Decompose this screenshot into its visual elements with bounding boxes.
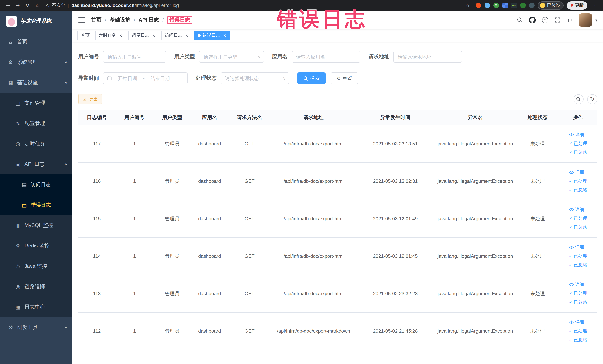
cell-url: /api/infra/db-doc/export-html <box>271 275 357 312</box>
extension-icon[interactable] <box>529 3 534 8</box>
github-icon[interactable] <box>529 17 535 23</box>
bookmark-star-icon[interactable]: ☆ <box>463 1 472 10</box>
export-button[interactable]: 导出 <box>78 94 102 104</box>
ignored-link[interactable]: ✓已忽略 <box>569 187 587 193</box>
cell-user-id: 1 <box>116 125 153 163</box>
breadcrumb-item-home[interactable]: 首页 <box>91 17 102 23</box>
cell-app-name: dashboard <box>191 275 228 312</box>
end-date-input[interactable] <box>146 75 174 81</box>
exception-time-range-picker[interactable]: - <box>103 72 188 84</box>
search-icon[interactable] <box>517 17 522 23</box>
sidebar-item-job[interactable]: ◷定时任务 <box>0 133 72 154</box>
cell-app-name: dashboard <box>191 163 228 200</box>
check-icon: ✓ <box>569 225 572 230</box>
fullscreen-icon[interactable] <box>555 17 560 23</box>
detail-link[interactable]: 详细 <box>569 282 584 288</box>
sidebar-item-api-log[interactable]: ▣API 日志∧ <box>0 154 72 174</box>
tab-error-log[interactable]: 错误日志× <box>194 31 230 40</box>
toggle-search-button[interactable] <box>574 94 583 104</box>
tab-job[interactable]: 定时任务× <box>95 31 126 40</box>
sidebar-item-home[interactable]: ⌂首页 <box>0 32 72 52</box>
sidebar-item-java[interactable]: ☕Java 监控 <box>0 256 72 276</box>
user-type-select[interactable]: ∨ <box>199 51 264 63</box>
refresh-table-button[interactable]: ↻ <box>587 94 597 104</box>
start-date-input[interactable] <box>114 75 141 81</box>
sidebar-item-redis[interactable]: ❖Redis 监控 <box>0 235 72 256</box>
forward-icon[interactable]: → <box>13 1 22 10</box>
user-avatar[interactable] <box>579 13 592 27</box>
cell-actions: 详细✓已处理✓已忽略 <box>559 163 597 200</box>
close-icon[interactable]: × <box>223 33 227 38</box>
extension-icon[interactable] <box>475 3 481 8</box>
browser-home-icon[interactable]: ⌂ <box>33 1 42 10</box>
extension-icon[interactable]: Y <box>493 3 499 8</box>
cell-status: 未处理 <box>516 200 559 237</box>
sidebar-item-infra[interactable]: ▦基础设施∧ <box>0 72 72 93</box>
extension-icon[interactable] <box>520 3 525 8</box>
close-icon[interactable]: × <box>119 33 123 38</box>
ignored-link[interactable]: ✓已忽略 <box>569 337 587 343</box>
tab-home[interactable]: 首页 <box>78 31 93 40</box>
processed-link[interactable]: ✓已处理 <box>569 253 587 259</box>
tab-label: 定时任务 <box>99 32 116 39</box>
user-id-input[interactable] <box>103 51 166 63</box>
profile-chip[interactable]: 已暂停 <box>538 1 564 10</box>
detail-link[interactable]: 详细 <box>569 169 584 176</box>
tab-access-log[interactable]: 访问日志× <box>161 31 192 40</box>
ignored-link[interactable]: ✓已忽略 <box>569 262 587 268</box>
process-status-select[interactable]: ∨ <box>220 72 289 84</box>
detail-link[interactable]: 详细 <box>569 207 584 213</box>
url-text[interactable]: dashboard.yudao.iocoder.cn/infra/log/api… <box>71 3 179 8</box>
ignored-link[interactable]: ✓已忽略 <box>569 299 587 305</box>
close-icon[interactable]: × <box>152 33 156 38</box>
extension-icon[interactable] <box>502 3 508 8</box>
detail-link[interactable]: 详细 <box>569 319 584 325</box>
app-name-input[interactable] <box>292 51 360 63</box>
sidebar-item-config[interactable]: ✎配置管理 <box>0 113 72 133</box>
detail-link[interactable]: 详细 <box>569 132 584 138</box>
tab-job-log[interactable]: 调度日志× <box>128 31 159 40</box>
font-size-icon[interactable]: TT <box>567 17 572 23</box>
back-icon[interactable]: ← <box>4 1 13 10</box>
extension-icon[interactable]: on <box>511 3 517 8</box>
breadcrumb-item-infra[interactable]: 基础设施 <box>110 17 130 23</box>
processed-link[interactable]: ✓已处理 <box>569 215 587 222</box>
ignored-link[interactable]: ✓已忽略 <box>569 150 587 156</box>
search-icon <box>303 76 308 81</box>
processed-link[interactable]: ✓已处理 <box>569 290 587 297</box>
address-bar[interactable]: ⚠ 不安全 | dashboard.yudao.iocoder.cn/infra… <box>45 2 179 9</box>
sidebar-item-mysql[interactable]: ▥MySQL 监控 <box>0 215 72 235</box>
detail-link[interactable]: 详细 <box>569 244 584 250</box>
help-icon[interactable]: ? <box>542 17 548 23</box>
search-button[interactable]: 搜索 <box>297 72 325 84</box>
update-button[interactable]: 更新 <box>567 1 587 10</box>
user-type-select-input[interactable] <box>199 51 264 63</box>
reset-button[interactable]: ↻ 重置 <box>331 72 358 84</box>
processed-link[interactable]: ✓已处理 <box>569 141 587 147</box>
sidebar-item-devtool[interactable]: ⚒研发工具∨ <box>0 317 72 338</box>
reload-icon[interactable]: ↻ <box>23 1 32 10</box>
process-status-label: 处理状态 <box>196 75 217 82</box>
kebab-menu-icon[interactable]: ⋮ <box>591 1 600 10</box>
table-row: 1131管理员dashboardGET/api/infra/db-doc/exp… <box>78 275 597 312</box>
processed-link[interactable]: ✓已处理 <box>569 328 587 334</box>
hamburger-icon[interactable] <box>78 17 85 23</box>
sidebar-item-file[interactable]: ▢文件管理 <box>0 93 72 113</box>
cell-actions: 详细✓已处理✓已忽略 <box>559 237 597 275</box>
sidebar-item-trace[interactable]: ◎链路追踪 <box>0 276 72 297</box>
omnibox-divider: | <box>68 3 69 8</box>
avatar-caret-down-icon[interactable]: ▾ <box>595 18 597 22</box>
breadcrumb-item-api-log[interactable]: API 日志 <box>139 17 159 23</box>
processed-link[interactable]: ✓已处理 <box>569 178 587 184</box>
sidebar-item-access-log[interactable]: ▤访问日志 <box>0 174 72 195</box>
close-icon[interactable]: × <box>185 33 189 38</box>
extension-icon[interactable] <box>484 3 490 8</box>
table-header-row: 日志编号 用户编号 用户类型 应用名 请求方法名 请求地址 异常发生时间 异常名… <box>78 110 597 125</box>
sidebar-item-log-center[interactable]: ▧日志中心 <box>0 297 72 317</box>
request-url-input[interactable] <box>393 51 462 63</box>
sidebar-item-system[interactable]: ⚙系统管理∨ <box>0 52 72 72</box>
process-status-select-input[interactable] <box>220 72 289 84</box>
app-logo[interactable]: 芋道管理系统 <box>0 11 72 32</box>
ignored-link[interactable]: ✓已忽略 <box>569 224 587 231</box>
sidebar-item-error-log[interactable]: ▤错误日志 <box>0 195 72 215</box>
